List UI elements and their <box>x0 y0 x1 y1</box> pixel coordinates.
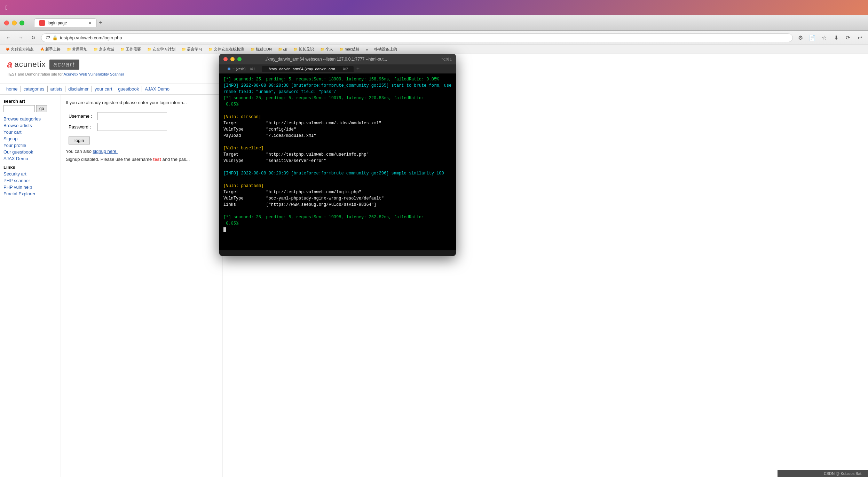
signup-disabled-note: Signup disabled. Please use the username… <box>66 157 218 162</box>
bookmark-personal[interactable]: 📁 个人 <box>318 46 335 53</box>
reader-icon[interactable]: 📄 <box>807 33 817 42</box>
terminal-maximize-button[interactable] <box>237 57 242 61</box>
bookmark-huhu[interactable]: 🦊 火狐官方站点 <box>3 46 36 53</box>
nav-guestbook[interactable]: guestbook <box>115 86 142 92</box>
bookmark-newbie[interactable]: 🔥 新手上路 <box>38 46 63 53</box>
browser-tab[interactable]: login page ✕ <box>34 18 97 27</box>
nav-artists[interactable]: artists <box>48 86 66 92</box>
nav-home[interactable]: home <box>3 86 21 92</box>
password-label: Password : <box>66 122 95 132</box>
nav-disclaimer[interactable]: disclaimer <box>65 86 92 92</box>
minimize-button[interactable] <box>12 21 17 25</box>
sidebar-fractal-explorer[interactable]: Fractal Explorer <box>3 191 57 196</box>
terminal-line-blank1 <box>223 108 452 114</box>
bookmark-mobile[interactable]: 移动设备上的 <box>372 46 399 53</box>
terminal-minimize-button[interactable] <box>230 57 235 61</box>
terminal-cursor-line <box>223 227 452 233</box>
terminal-line-scan2: [*] scanned: 25, pending: 5, requestSent… <box>223 214 452 220</box>
terminal-body[interactable]: [*] scanned: 25, pending: 5, requestSent… <box>219 73 456 250</box>
terminal-tab-xray[interactable]: ./xray_darwin_arm64 (xray_darwin_arm... … <box>262 66 354 72</box>
nav-categories[interactable]: categories <box>21 86 48 92</box>
nav-ajaxdemo[interactable]: AJAX Demo <box>142 86 172 92</box>
bookmark-jd[interactable]: 📁 京东商城 <box>92 46 116 53</box>
sidebar-security-art[interactable]: Security art <box>3 171 57 177</box>
terminal-line-2: [INFO] 2022-08-08 00:20:38 [bruteforce:f… <box>223 83 452 95</box>
back-button[interactable]: ← <box>3 33 13 42</box>
bookmark-work[interactable]: 📁 工作需要 <box>118 46 143 53</box>
bookmark-ctf[interactable]: 📁 ctf <box>276 47 290 52</box>
sidebar-ajax-demo[interactable]: AJAX Demo <box>3 156 57 161</box>
traffic-lights <box>4 21 24 25</box>
folder-icon-ctf: 📁 <box>278 47 282 51</box>
reload-button[interactable]: ↻ <box>29 33 38 42</box>
bookmark-icon-huhu: 🦊 <box>6 47 10 51</box>
sidebar-php-vuln-help[interactable]: PHP vuln help <box>3 185 57 190</box>
sidebar-links-section: Links <box>3 165 57 170</box>
sidebar-php-scanner[interactable]: PHP scanner <box>3 178 57 183</box>
username-input[interactable] <box>97 112 167 120</box>
bookmark-knowledge[interactable]: 📁 长长见识 <box>291 46 316 53</box>
folder-icon-work: 📁 <box>120 47 125 51</box>
terminal-line-blank4 <box>223 177 452 183</box>
acunetix-scanner-link[interactable]: Acunetix Web Vulnerability Scanner <box>63 72 124 76</box>
acunetix-logo: a acunetix <box>7 59 46 70</box>
acuart-logo: acuart <box>49 60 79 70</box>
terminal-titlebar: ./xray_darwin_arm64 webscan --listen 127… <box>219 54 456 64</box>
folder-icon-common: 📁 <box>67 47 71 51</box>
search-go-button[interactable]: go <box>36 105 47 112</box>
login-button[interactable]: login <box>69 136 90 144</box>
close-button[interactable] <box>4 21 9 25</box>
site-nav: home categories artists disclaimer your … <box>0 84 222 95</box>
bookmark-icon-newbie: 🔥 <box>40 47 44 51</box>
bookmark-filescanner[interactable]: 📁 文件安全在线检测 <box>206 46 246 53</box>
bookmark-lang[interactable]: 📁 语言学习 <box>180 46 204 53</box>
terminal-tab-zsh[interactable]: ~ (-zsh) ⌘1 <box>222 66 261 72</box>
password-row: Password : <box>66 122 170 132</box>
maximize-button[interactable] <box>19 21 24 25</box>
forward-button[interactable]: → <box>16 33 26 42</box>
terminal-line-scan2b: 0.05% <box>223 220 452 227</box>
password-input[interactable] <box>97 123 167 131</box>
nav-cart[interactable]: your cart <box>92 86 116 92</box>
sidebar-your-cart[interactable]: Your cart <box>3 130 57 135</box>
site-logo: a acunetix acuart <box>7 59 215 70</box>
folder-icon-knowledge: 📁 <box>293 47 298 51</box>
bookmark-cdn[interactable]: 📁 统过CDN <box>248 46 274 53</box>
download-icon[interactable]: ⬇ <box>831 33 841 42</box>
back-history-icon[interactable]: ↩ <box>855 33 865 42</box>
signup-note: You can also signup here. <box>66 149 218 154</box>
website: a acunetix acuart TEST and Demonstration… <box>0 54 223 477</box>
bookmark-security[interactable]: 📁 安全学习计划 <box>145 46 177 53</box>
bookmark-icon[interactable]: ☆ <box>819 33 829 42</box>
sidebar-signup[interactable]: Signup <box>3 136 57 141</box>
sync-icon[interactable]: ⟳ <box>843 33 853 42</box>
sidebar-browse-categories[interactable]: Browse categories <box>3 116 57 122</box>
terminal-line-target2: Target "http://testphp.vulnweb.com/useri… <box>223 151 452 158</box>
terminal-close-button[interactable] <box>223 57 228 61</box>
sidebar-browse-artists[interactable]: Browse artists <box>3 123 57 128</box>
sidebar-guestbook[interactable]: Our guestbook <box>3 149 57 155</box>
signup-here-link[interactable]: signup here. <box>93 149 118 154</box>
terminal-line-target1: Target "http://testphp.vulnweb.com/.idea… <box>223 120 452 126</box>
extensions-icon[interactable]: ⚙ <box>796 33 805 42</box>
bookmark-common[interactable]: 📁 常用网址 <box>65 46 89 53</box>
bookmarks-bar: 🦊 火狐官方站点 🔥 新手上路 📁 常用网址 📁 京东商城 📁 工作需要 📁 安… <box>0 45 868 54</box>
terminal-new-tab-button[interactable]: + <box>356 66 360 72</box>
terminal-window: ./xray_darwin_arm64 webscan --listen 127… <box>219 54 456 256</box>
sidebar-your-profile[interactable]: Your profile <box>3 143 57 148</box>
new-tab-button[interactable]: + <box>99 19 103 26</box>
terminal-line-3: [*] scanned: 25, pending: 5, requestSent… <box>223 95 452 101</box>
terminal-line-blank5 <box>223 208 452 214</box>
browser-content: a acunetix acuart TEST and Demonstration… <box>0 54 868 477</box>
tab-title: login page <box>48 21 67 25</box>
address-bar[interactable]: testphp.vulnweb.com/login.php <box>60 35 788 40</box>
bookmark-mac[interactable]: 📁 mac破解 <box>337 46 362 53</box>
tab-bar: login page ✕ + <box>34 18 103 27</box>
bookmark-more[interactable]: » <box>364 47 370 52</box>
folder-icon-security: 📁 <box>147 47 151 51</box>
terminal-line-vuln3: [Vuln: phantasm] <box>223 183 452 189</box>
site-body: search art go Browse categories Browse a… <box>0 95 222 477</box>
tab-close-icon[interactable]: ✕ <box>88 21 92 25</box>
search-input[interactable] <box>3 105 35 112</box>
apple-menu-icon[interactable]:  <box>6 4 8 11</box>
